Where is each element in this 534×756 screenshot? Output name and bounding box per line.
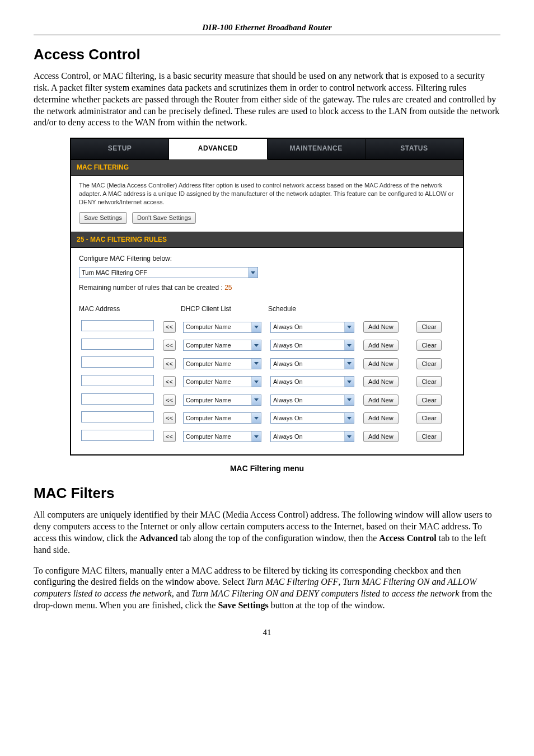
section2-para2: To configure MAC filters, manually enter… <box>34 565 500 612</box>
copy-mac-button[interactable]: << <box>163 412 176 424</box>
clear-button[interactable]: Clear <box>416 358 441 369</box>
schedule-select[interactable]: Always On <box>270 412 354 424</box>
dhcp-select[interactable]: Computer Name <box>183 322 261 333</box>
mac-input[interactable] <box>81 430 154 441</box>
clear-button[interactable]: Clear <box>416 395 441 406</box>
dhcp-select[interactable]: Computer Name <box>183 395 261 406</box>
copy-mac-button[interactable]: << <box>163 376 176 387</box>
remaining-count: 25 <box>224 284 232 292</box>
p1-bold2: Access Control <box>379 533 436 543</box>
p1-bold1: Advanced <box>139 533 177 543</box>
p2-bold: Save Settings <box>218 600 268 610</box>
tab-advanced[interactable]: ADVANCED <box>169 139 267 159</box>
filter-mode-value: Turn MAC Filtering OFF <box>82 269 147 276</box>
dhcp-select[interactable]: Computer Name <box>183 431 261 442</box>
schedule-select[interactable]: Always On <box>270 340 354 351</box>
chevron-down-icon <box>251 322 261 332</box>
col-dhcp: DHCP Client List <box>181 305 268 316</box>
copy-mac-button[interactable]: << <box>163 395 176 406</box>
chevron-down-icon <box>344 377 354 387</box>
remaining-prefix: Remaining number of rules that can be cr… <box>79 284 224 292</box>
schedule-select[interactable]: Always On <box>270 358 354 369</box>
mac-input[interactable] <box>81 356 154 368</box>
section1-para: Access Control, or MAC filtering, is a b… <box>34 71 500 129</box>
copy-mac-button[interactable]: << <box>163 358 176 369</box>
chevron-down-icon <box>251 377 261 387</box>
col-schedule: Schedule <box>268 305 361 316</box>
chevron-down-icon <box>251 431 261 442</box>
copy-mac-button[interactable]: << <box>163 431 176 442</box>
router-ui-panel: SETUP ADVANCED MAINTENANCE STATUS MAC FI… <box>70 138 464 456</box>
clear-button[interactable]: Clear <box>416 321 441 332</box>
dont-save-settings-button[interactable]: Don't Save Settings <box>132 212 196 224</box>
section1-heading: Access Control <box>34 45 500 64</box>
p2-it3: Turn MAC Filtering ON and DENY computers… <box>191 589 460 598</box>
configure-label: Configure MAC Filtering below: <box>79 255 455 264</box>
save-settings-button[interactable]: Save Settings <box>79 212 127 224</box>
add-new-button[interactable]: Add New <box>363 321 399 332</box>
dhcp-value: Computer Name <box>186 323 231 331</box>
page-number: 41 <box>34 627 500 638</box>
schedule-select[interactable]: Always On <box>270 395 354 406</box>
schedule-value: Always On <box>273 396 303 404</box>
dhcp-select[interactable]: Computer Name <box>183 412 261 424</box>
tab-setup[interactable]: SETUP <box>71 139 169 159</box>
copy-mac-button[interactable]: << <box>163 340 176 351</box>
dhcp-value: Computer Name <box>186 378 231 386</box>
chevron-down-icon <box>344 359 354 369</box>
tab-maintenance[interactable]: MAINTENANCE <box>268 139 366 159</box>
schedule-select[interactable]: Always On <box>270 322 354 333</box>
table-row: <<Computer NameAlways OnAdd NewClear <box>79 411 455 425</box>
clear-button[interactable]: Clear <box>416 340 441 351</box>
add-new-button[interactable]: Add New <box>363 412 399 424</box>
clear-button[interactable]: Clear <box>416 412 441 424</box>
dhcp-select[interactable]: Computer Name <box>183 340 261 351</box>
dhcp-value: Computer Name <box>186 433 231 440</box>
schedule-select[interactable]: Always On <box>270 376 354 387</box>
schedule-select[interactable]: Always On <box>270 431 354 442</box>
clear-button[interactable]: Clear <box>416 376 441 387</box>
chevron-down-icon <box>344 413 354 423</box>
filter-mode-select[interactable]: Turn MAC Filtering OFF <box>79 267 258 278</box>
p2-post: button at the top of the window. <box>269 600 385 610</box>
mac-input[interactable] <box>81 339 154 350</box>
mac-input[interactable] <box>81 320 154 331</box>
mac-input[interactable] <box>81 375 154 386</box>
dhcp-select[interactable]: Computer Name <box>183 358 261 369</box>
table-row: <<Computer NameAlways OnAdd NewClear <box>79 430 455 444</box>
table-row: <<Computer NameAlways OnAdd NewClear <box>79 393 455 407</box>
schedule-value: Always On <box>273 360 303 368</box>
chevron-down-icon <box>251 359 261 369</box>
add-new-button[interactable]: Add New <box>363 358 399 369</box>
col-mac: MAC Address <box>79 305 161 316</box>
chevron-down-icon <box>344 431 354 442</box>
copy-mac-button[interactable]: << <box>163 321 176 332</box>
schedule-value: Always On <box>273 378 303 386</box>
mac-input[interactable] <box>81 393 154 405</box>
add-new-button[interactable]: Add New <box>363 376 399 387</box>
dhcp-value: Computer Name <box>186 360 231 368</box>
section2-para1: All computers are uniquely identified by… <box>34 509 500 556</box>
dhcp-select[interactable]: Computer Name <box>183 376 261 387</box>
tab-bar: SETUP ADVANCED MAINTENANCE STATUS <box>71 139 463 159</box>
intro-text: The MAC (Media Access Controller) Addres… <box>79 181 455 206</box>
tab-status[interactable]: STATUS <box>366 139 463 159</box>
figure-caption: MAC Filtering menu <box>34 463 500 473</box>
dhcp-value: Computer Name <box>186 396 231 404</box>
p2-it1: Turn MAC Filtering OFF <box>246 577 338 586</box>
mac-input[interactable] <box>81 411 154 422</box>
filter-body: Configure MAC Filtering below: Turn MAC … <box>71 248 463 454</box>
band-mac-filtering: MAC FILTERING <box>71 159 463 176</box>
add-new-button[interactable]: Add New <box>363 431 399 442</box>
table-row: <<Computer NameAlways OnAdd NewClear <box>79 339 455 353</box>
add-new-button[interactable]: Add New <box>363 340 399 351</box>
clear-button[interactable]: Clear <box>416 431 441 442</box>
chevron-down-icon <box>344 395 354 405</box>
table-row: <<Computer NameAlways OnAdd NewClear <box>79 375 455 389</box>
intro-box: The MAC (Media Access Controller) Addres… <box>71 176 463 231</box>
chevron-down-icon <box>344 340 354 350</box>
remaining-rules: Remaining number of rules that can be cr… <box>79 284 455 293</box>
add-new-button[interactable]: Add New <box>363 395 399 406</box>
table-row: <<Computer NameAlways OnAdd NewClear <box>79 320 455 334</box>
dhcp-value: Computer Name <box>186 414 231 422</box>
